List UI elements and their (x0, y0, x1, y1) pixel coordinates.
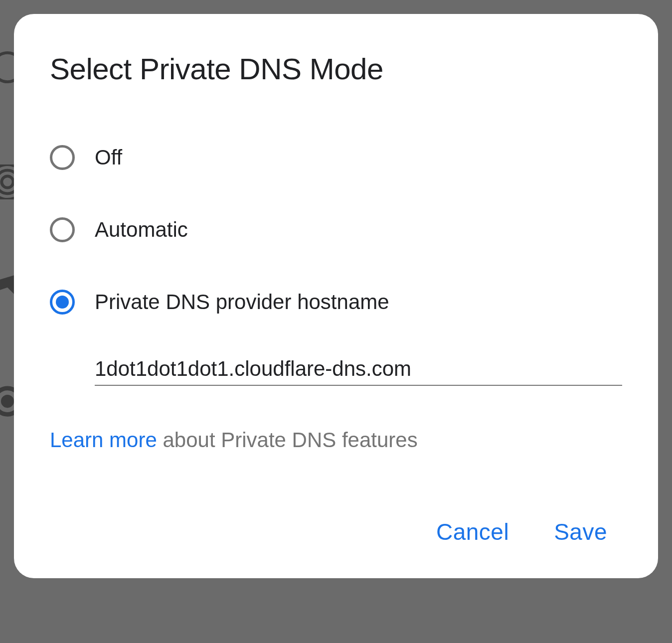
dns-mode-radio-group: Off Automatic Private DNS provider hostn… (50, 121, 622, 338)
hostname-input[interactable] (95, 353, 622, 386)
footer-suffix: about Private DNS features (157, 428, 418, 452)
save-button[interactable]: Save (554, 518, 607, 545)
private-dns-dialog: Select Private DNS Mode Off Automatic Pr… (14, 14, 658, 578)
radio-option-automatic[interactable]: Automatic (50, 193, 622, 266)
radio-option-hostname[interactable]: Private DNS provider hostname (50, 266, 622, 338)
radio-label-off: Off (95, 146, 122, 169)
radio-icon-selected (50, 290, 75, 315)
svg-point-5 (3, 397, 12, 406)
footer-text: Learn more about Private DNS features (50, 428, 622, 452)
radio-icon (50, 145, 75, 170)
radio-option-off[interactable]: Off (50, 121, 622, 193)
learn-more-link[interactable]: Learn more (50, 428, 157, 452)
cancel-button[interactable]: Cancel (436, 518, 509, 545)
radio-label-automatic: Automatic (95, 218, 188, 242)
hostname-field-wrapper (95, 353, 622, 386)
radio-icon (50, 217, 75, 242)
dialog-actions: Cancel Save (50, 518, 622, 558)
dialog-title: Select Private DNS Mode (50, 52, 622, 86)
svg-point-1 (1, 176, 13, 187)
radio-label-hostname: Private DNS provider hostname (95, 290, 389, 314)
